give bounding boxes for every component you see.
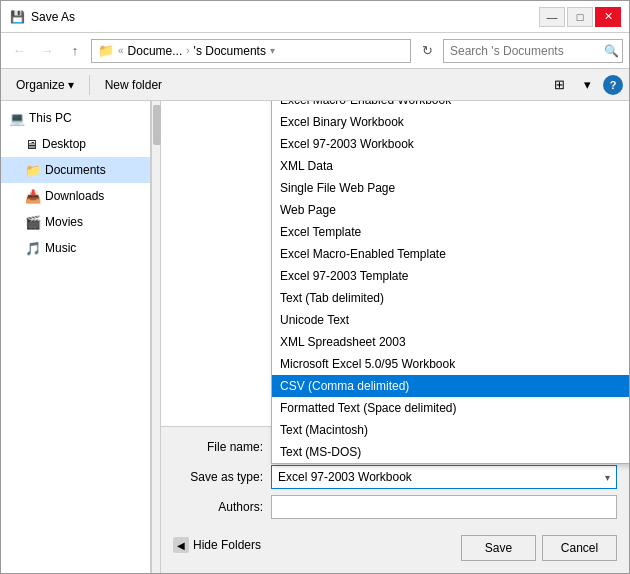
close-button[interactable]: ✕ (595, 7, 621, 27)
toolbar: Organize ▾ New folder ⊞ ▾ ? (1, 69, 629, 101)
dropdown-item-formatted-text-space[interactable]: Formatted Text (Space delimited) (272, 397, 629, 419)
refresh-button[interactable]: ↻ (415, 39, 439, 63)
dropdown-item-text-ms-dos[interactable]: Text (MS-DOS) (272, 441, 629, 463)
movies-icon: 🎬 (25, 215, 41, 230)
authors-row: Authors: (173, 495, 617, 519)
main-wrapper: No items match your search. File name: S… (161, 101, 629, 573)
save-button[interactable]: Save (461, 535, 536, 561)
window-controls: — □ ✕ (539, 7, 621, 27)
dropdown-item-single-file-web[interactable]: Single File Web Page (272, 177, 629, 199)
maximize-button[interactable]: □ (567, 7, 593, 27)
path-arrows: « (118, 45, 124, 56)
forward-button[interactable]: → (35, 39, 59, 63)
hide-folders-icon: ◀ (173, 537, 189, 553)
sidebar-item-this-pc[interactable]: 💻 This PC (1, 105, 150, 131)
folder-icon: 📁 (98, 43, 114, 58)
organize-button[interactable]: Organize ▾ (7, 73, 83, 97)
sidebar-item-desktop[interactable]: 🖥 Desktop (1, 131, 150, 157)
dropdown-item-unicode-text[interactable]: Unicode Text (272, 309, 629, 331)
sidebar-item-label: Movies (45, 215, 146, 229)
search-input[interactable] (450, 44, 600, 58)
sidebar-item-movies[interactable]: 🎬 Movies (1, 209, 150, 235)
authors-label: Authors: (173, 500, 263, 514)
up-button[interactable]: ↑ (63, 39, 87, 63)
savetype-row: Save as type: Excel 97-2003 Workbook ▾ E… (173, 465, 617, 489)
main-content: 💻 This PC 🖥 Desktop 📁 Documents 📥 Downl (1, 101, 629, 573)
window-icon: 💾 (9, 9, 25, 25)
dropdown-item-excel-binary[interactable]: Excel Binary Workbook (272, 111, 629, 133)
sidebar-item-label: Desktop (42, 137, 146, 151)
dropdown-item-xml-data[interactable]: XML Data (272, 155, 629, 177)
dropdown-item-excel-template[interactable]: Excel Template (272, 221, 629, 243)
dropdown-item-text-macintosh[interactable]: Text (Macintosh) (272, 419, 629, 441)
bottom-buttons: Save Cancel (461, 531, 617, 565)
sidebar-item-label: Music (45, 241, 146, 255)
window-title: Save As (31, 10, 539, 24)
path-dropdown-arrow[interactable]: ▾ (270, 45, 275, 56)
savetype-label: Save as type: (173, 470, 263, 484)
search-box[interactable]: 🔍 (443, 39, 623, 63)
savetype-value: Excel 97-2003 Workbook (278, 470, 412, 484)
view-arrow-button[interactable]: ▾ (575, 73, 599, 97)
sidebar-item-label: Documents (45, 163, 146, 177)
view-button[interactable]: ⊞ (547, 73, 571, 97)
address-path[interactable]: 📁 « Docume... › 's Documents ▾ (91, 39, 411, 63)
sidebar-item-label: Downloads (45, 189, 146, 203)
sidebar-item-label: This PC (29, 111, 146, 125)
toolbar-separator (89, 75, 90, 95)
path-part1: Docume... (128, 44, 183, 58)
sidebar-scrollbar[interactable] (151, 101, 161, 573)
sidebar: 💻 This PC 🖥 Desktop 📁 Documents 📥 Downl (1, 101, 151, 573)
dropdown-item-excel-macro-template[interactable]: Excel Macro-Enabled Template (272, 243, 629, 265)
dropdown-item-excel-macro-enabled[interactable]: Excel Macro-Enabled Workbook (272, 101, 629, 111)
file-type-dropdown-list: Excel Workbook Excel Macro-Enabled Workb… (271, 101, 629, 464)
path-part2: 's Documents (194, 44, 266, 58)
savetype-dropdown[interactable]: Excel 97-2003 Workbook ▾ Excel Workbook … (271, 465, 617, 489)
filename-label: File name: (173, 440, 263, 454)
dropdown-item-text-tab[interactable]: Text (Tab delimited) (272, 287, 629, 309)
dropdown-item-excel-97-2003-template[interactable]: Excel 97-2003 Template (272, 265, 629, 287)
dropdown-item-excel-97-2003[interactable]: Excel 97-2003 Workbook (272, 133, 629, 155)
cancel-button[interactable]: Cancel (542, 535, 617, 561)
search-icon: 🔍 (604, 44, 619, 58)
dropdown-item-xml-spreadsheet-2003[interactable]: XML Spreadsheet 2003 (272, 331, 629, 353)
form-area: File name: Save as type: Excel 97-2003 W… (161, 426, 629, 573)
desktop-icon: 🖥 (25, 137, 38, 152)
hide-folders-button[interactable]: ◀ Hide Folders (173, 537, 261, 553)
save-as-dialog: 💾 Save As — □ ✕ ← → ↑ 📁 « Docume... › 's… (0, 0, 630, 574)
title-bar: 💾 Save As — □ ✕ (1, 1, 629, 33)
music-icon: 🎵 (25, 241, 41, 256)
minimize-button[interactable]: — (539, 7, 565, 27)
address-bar: ← → ↑ 📁 « Docume... › 's Documents ▾ ↻ 🔍 (1, 33, 629, 69)
documents-icon: 📁 (25, 163, 41, 178)
hide-folders-label: Hide Folders (193, 538, 261, 552)
toolbar-right: ⊞ ▾ ? (547, 73, 623, 97)
sidebar-item-downloads[interactable]: 📥 Downloads (1, 183, 150, 209)
new-folder-button[interactable]: New folder (96, 73, 171, 97)
dropdown-item-ms-excel-5-95[interactable]: Microsoft Excel 5.0/95 Workbook (272, 353, 629, 375)
sidebar-item-documents[interactable]: 📁 Documents (1, 157, 150, 183)
path-separator: › (186, 45, 189, 56)
dropdown-item-web-page[interactable]: Web Page (272, 199, 629, 221)
organize-arrow: ▾ (68, 78, 74, 92)
organize-label: Organize (16, 78, 65, 92)
dropdown-arrow-icon: ▾ (605, 472, 610, 483)
dropdown-item-csv-comma[interactable]: CSV (Comma delimited) (272, 375, 629, 397)
this-pc-icon: 💻 (9, 111, 25, 126)
sidebar-item-music[interactable]: 🎵 Music (1, 235, 150, 261)
downloads-icon: 📥 (25, 189, 41, 204)
back-button[interactable]: ← (7, 39, 31, 63)
authors-input[interactable] (271, 495, 617, 519)
new-folder-label: New folder (105, 78, 162, 92)
help-button[interactable]: ? (603, 75, 623, 95)
